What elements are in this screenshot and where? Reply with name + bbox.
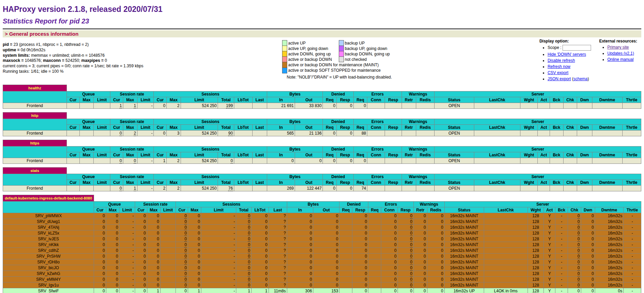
server-name[interactable]: SRV_rDH8o xyxy=(3,259,94,265)
stat-cell xyxy=(160,242,176,248)
server-name[interactable]: SRV_kLZ5x xyxy=(3,230,94,236)
col-group-denied: Denied xyxy=(323,146,353,152)
link-primary-site[interactable]: Primary site xyxy=(607,45,629,50)
section-general-process-information: > General process information xyxy=(3,30,641,37)
frontend-label[interactable]: Frontend xyxy=(3,158,67,164)
stat-cell: 0 xyxy=(353,158,367,164)
server-name[interactable]: SRV_nKlkk xyxy=(3,242,94,248)
stat-cell xyxy=(577,103,592,109)
stat-cell: 0 xyxy=(398,282,413,288)
proxy-name[interactable]: stats xyxy=(3,168,67,174)
stat-cell: 0 xyxy=(94,230,106,236)
server-name[interactable]: SRV_pWMWX xyxy=(3,213,94,219)
stat-cell: 0 xyxy=(251,225,269,230)
stat-cell: - xyxy=(119,242,135,248)
stat-cell xyxy=(385,158,402,164)
link-refresh-now[interactable]: Refresh now xyxy=(548,64,570,69)
stat-cell: 0 xyxy=(413,271,427,277)
server-name[interactable]: SRV_eMM4Y xyxy=(3,277,94,282)
col-header-in: In xyxy=(267,180,295,186)
stat-cell: Y xyxy=(544,236,555,242)
server-name[interactable]: SRV_SfwiF xyxy=(3,288,94,293)
frontend-label[interactable]: Frontend xyxy=(3,186,67,191)
stat-cell: 0 xyxy=(323,131,337,136)
proxy-name[interactable]: default-kubernetes-ingress-default-backe… xyxy=(3,195,94,202)
stat-cell: 0 xyxy=(176,213,188,219)
col-header-in: In xyxy=(267,97,295,103)
stat-cell: 0 xyxy=(413,265,427,271)
stat-cell: 0 xyxy=(147,248,160,254)
stat-cell: 0 xyxy=(398,271,413,277)
stat-cell: 0 xyxy=(287,271,313,277)
stat-cell: - xyxy=(555,213,568,219)
server-name[interactable]: SRV_Igv1u xyxy=(3,282,94,288)
col-header-bck: Bck xyxy=(555,207,568,213)
stat-cell xyxy=(79,131,94,136)
page-title: HAProxy version 2.1.8, released 2020/07/… xyxy=(3,5,641,14)
frontend-label[interactable]: Frontend xyxy=(3,131,67,136)
server-name[interactable]: SRV_ivJES xyxy=(3,236,94,242)
link-hide-down-servers[interactable]: Hide 'DOWN' servers xyxy=(548,52,586,57)
col-header-max: Max xyxy=(123,152,137,158)
link-json-export[interactable]: JSON export xyxy=(548,76,571,81)
col-header-redis: Redis xyxy=(416,97,434,103)
stat-cell: 0 xyxy=(176,236,188,242)
stat-cell: 16m32s UP xyxy=(444,288,484,293)
link-disable-refresh[interactable]: Disable refresh xyxy=(548,58,575,63)
link-online-manual[interactable]: Online manual xyxy=(607,57,633,62)
server-name[interactable]: SRV_bicJO xyxy=(3,265,94,271)
stat-cell xyxy=(160,277,176,282)
stat-cell: 16m32s MAINT xyxy=(444,259,484,265)
server-name[interactable]: SRV_PrSHW xyxy=(3,254,94,259)
proxy-name[interactable]: healthz xyxy=(3,85,67,91)
header-corner xyxy=(3,146,67,158)
stat-cell: 128 xyxy=(528,265,544,271)
stat-cell: 0 xyxy=(135,277,147,282)
stat-cell xyxy=(484,259,528,265)
proxy-name[interactable]: http xyxy=(3,113,67,119)
stat-cell: 0 xyxy=(313,259,339,265)
stat-cell: 0 xyxy=(176,219,188,225)
scope-input[interactable] xyxy=(563,45,591,51)
display-options-list: Scope : Hide 'DOWN' serversDisable refre… xyxy=(539,45,591,81)
col-header-req: Req xyxy=(323,152,337,158)
table-row: Frontend00-12524 250000000OPEN xyxy=(3,158,641,164)
server-name[interactable]: SRV_cdIhZ xyxy=(3,248,94,254)
legend-label: backup UP xyxy=(344,40,397,46)
link-updates-v2-1[interactable]: Updates (v2.1) xyxy=(607,51,634,56)
proxy-name[interactable]: https xyxy=(3,140,67,146)
col-header-bck: Bck xyxy=(550,97,564,103)
stat-cell: 0 xyxy=(106,248,119,254)
stat-cell: 0 xyxy=(135,242,147,248)
link-json-schema[interactable]: schema xyxy=(573,76,588,81)
stat-cell: 128 xyxy=(528,248,544,254)
stat-cell: 0 xyxy=(135,265,147,271)
stat-cell: 0 xyxy=(147,236,160,242)
col-group-errors: Errors xyxy=(353,174,402,180)
stat-cell: 16m32s MAINT xyxy=(444,271,484,277)
table-title-spacer xyxy=(67,113,641,119)
stat-cell: 0 xyxy=(147,265,160,271)
frontend-label[interactable]: Frontend xyxy=(3,103,67,109)
col-group-session-rate: Session rate xyxy=(135,202,176,207)
link-csv-export[interactable]: CSV export xyxy=(548,70,568,75)
stat-cell: 0 xyxy=(123,158,137,164)
stat-cell: - xyxy=(119,288,135,293)
stat-cell xyxy=(416,158,434,164)
haproxy-version-link[interactable]: HAProxy version 2.1.8, released 2020/07/… xyxy=(3,5,163,14)
stat-cell xyxy=(67,131,80,136)
stat-cell xyxy=(484,242,528,248)
server-name[interactable]: SRV_dUwg1 xyxy=(3,219,94,225)
stat-cell: 21 691 xyxy=(267,103,295,109)
stat-cell: 0 xyxy=(106,271,119,277)
col-header-limit: Limit xyxy=(160,207,176,213)
stat-cell: 0 xyxy=(236,225,252,230)
stat-cell: 16m32s MAINT xyxy=(444,277,484,282)
stat-cell: 74 xyxy=(353,186,367,191)
stat-cell: 0 xyxy=(188,219,201,225)
server-name[interactable]: SRV_kZwhG xyxy=(3,271,94,277)
legend-label: not checked xyxy=(344,57,397,62)
server-name[interactable]: SRV_4TANj xyxy=(3,225,94,230)
stat-cell: Y xyxy=(544,265,555,271)
stat-cell xyxy=(160,225,176,230)
